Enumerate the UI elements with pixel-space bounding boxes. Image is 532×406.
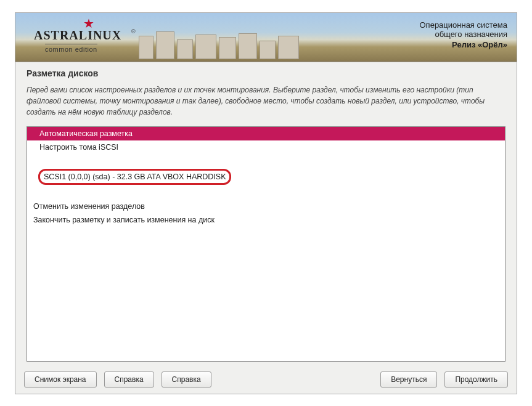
os-label-line1: Операционная система: [420, 20, 508, 30]
description-text: Перед вами список настроенных разделов и…: [27, 84, 505, 118]
logo-subtitle: common edition: [45, 44, 97, 53]
logo-text: ASTRALINUX: [34, 28, 121, 43]
section-title: Разметка дисков: [27, 68, 505, 78]
list-spacer: [27, 185, 505, 200]
trademark-icon: ®: [131, 28, 136, 35]
banner-right-text: Операционная система общего назначения Р…: [420, 20, 508, 49]
list-item-disk-row[interactable]: SCSI1 (0,0,0) (sda) - 32.3 GB ATA VBOX H…: [27, 169, 505, 185]
help-button-2[interactable]: Справка: [162, 371, 211, 388]
banner-artwork: [139, 28, 311, 59]
partition-list: Автоматическая разметка Настроить тома i…: [27, 126, 505, 362]
astralinux-logo: ★ ASTRALINUX ® common edition: [28, 19, 139, 56]
body-area: Разметка дисков Перед вами список настро…: [15, 62, 517, 367]
button-bar: Снимок экрана Справка Справка Вернуться …: [15, 367, 517, 394]
list-spacer: [27, 154, 505, 169]
installer-window: ★ ASTRALINUX ® common edition Операционн…: [15, 12, 517, 394]
os-label-line2: общего назначения: [420, 30, 508, 39]
continue-button[interactable]: Продолжить: [444, 371, 508, 388]
list-item-disk: SCSI1 (0,0,0) (sda) - 32.3 GB ATA VBOX H…: [38, 169, 231, 185]
release-label: Релиз «Орёл»: [420, 40, 508, 49]
help-button-1[interactable]: Справка: [104, 371, 154, 388]
screenshot-button[interactable]: Снимок экрана: [24, 371, 97, 388]
list-item-iscsi[interactable]: Настроить тома iSCSI: [27, 140, 505, 154]
list-item-undo[interactable]: Отменить изменения разделов: [27, 200, 505, 213]
button-spacer: [219, 371, 373, 388]
list-item-auto-partition[interactable]: Автоматическая разметка: [27, 127, 505, 140]
banner: ★ ASTRALINUX ® common edition Операционн…: [15, 13, 517, 62]
list-item-finish[interactable]: Закончить разметку и записать изменения …: [27, 213, 505, 227]
back-button[interactable]: Вернуться: [380, 371, 437, 388]
